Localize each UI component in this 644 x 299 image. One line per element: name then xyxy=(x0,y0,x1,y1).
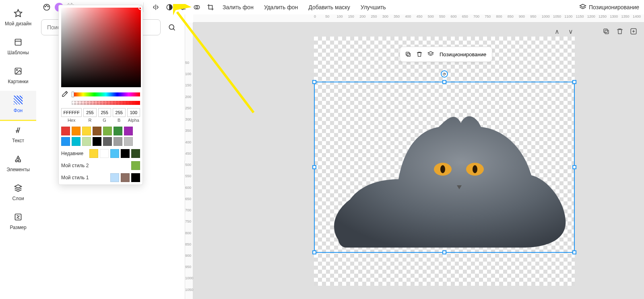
svg-marker-0 xyxy=(14,10,22,16)
sidebar-label: Фон xyxy=(14,108,23,113)
handle-bottom-right[interactable] xyxy=(572,250,576,254)
ruler-horizontal: 0501001502002503003504004505005506006507… xyxy=(193,14,644,23)
resize-icon xyxy=(14,213,23,221)
sidebar-label: Мой дизайн xyxy=(5,21,31,27)
color-swatch[interactable] xyxy=(131,173,140,182)
canvas-area[interactable]: ∧ ∨ ⟳ xyxy=(193,23,644,299)
color-swatch[interactable] xyxy=(93,137,101,146)
duplicate-icon[interactable] xyxy=(403,49,413,59)
color-swatch[interactable] xyxy=(121,149,130,158)
color-swatch[interactable] xyxy=(89,149,98,158)
add-page-icon[interactable] xyxy=(629,27,638,36)
handle-mid-right[interactable] xyxy=(572,165,576,169)
color-swatch[interactable] xyxy=(103,137,112,146)
color-swatch[interactable] xyxy=(110,149,119,158)
g-input[interactable] xyxy=(98,108,111,117)
sliders-icon[interactable] xyxy=(178,2,189,13)
color-swatch[interactable] xyxy=(103,127,112,135)
svg-rect-26 xyxy=(604,29,607,33)
sidebar-label: Текст xyxy=(12,138,24,143)
page-actions xyxy=(601,27,638,36)
handle-mid-left[interactable] xyxy=(312,165,316,169)
color-swatch[interactable] xyxy=(114,137,122,146)
r-input[interactable] xyxy=(83,108,96,117)
sidebar-item-images[interactable]: Картинки xyxy=(0,62,36,91)
search-button[interactable] xyxy=(164,19,180,35)
hue-slider[interactable] xyxy=(72,92,140,96)
color-swatch[interactable] xyxy=(61,137,70,146)
hatch-icon xyxy=(14,96,23,104)
ruler-vertical: 5010015020025030035040045050055060065070… xyxy=(185,23,193,299)
contrast-icon[interactable] xyxy=(164,2,175,13)
layers-icon xyxy=(579,4,586,11)
enhance-button[interactable]: Улучшить xyxy=(357,4,390,10)
color-swatch[interactable] xyxy=(110,173,119,182)
palette-icon[interactable] xyxy=(41,2,52,13)
sidebar-label: Слои xyxy=(12,196,24,201)
image-icon xyxy=(14,67,23,76)
selection-box[interactable]: ⟳ xyxy=(314,82,575,253)
recent-label: Недавние xyxy=(61,151,83,156)
star-icon xyxy=(14,9,23,18)
handle-top-mid[interactable] xyxy=(442,80,446,84)
color-swatch[interactable] xyxy=(131,149,140,158)
sidebar-item-my-design[interactable]: Мой дизайн xyxy=(0,4,36,33)
sidebar-item-text[interactable]: Текст xyxy=(0,121,36,150)
sidebar-item-layers[interactable]: Слои xyxy=(0,179,36,208)
rotate-handle[interactable]: ⟳ xyxy=(441,70,448,78)
color-swatch[interactable] xyxy=(72,137,80,146)
saturation-value-box[interactable] xyxy=(61,8,141,87)
sidebar-label: Элементы xyxy=(6,167,30,172)
handle-top-right[interactable] xyxy=(572,80,576,84)
positioning-button[interactable]: Позиционирование xyxy=(579,4,639,11)
color-swatch[interactable] xyxy=(82,137,91,146)
prev-page-icon[interactable]: ∧ xyxy=(552,27,562,36)
sidebar-label: Картинки xyxy=(8,79,29,84)
eyedropper-icon[interactable] xyxy=(61,90,69,98)
style1-label: Мой стиль 2 xyxy=(61,163,89,168)
color-swatch[interactable] xyxy=(100,149,109,158)
handle-bottom-left[interactable] xyxy=(312,250,316,254)
color-swatch[interactable] xyxy=(72,127,80,135)
page-nav: ∧ ∨ xyxy=(552,27,576,36)
sidebar: Мой дизайн Шаблоны Картинки Фон Текст Эл… xyxy=(0,0,36,299)
template-icon xyxy=(14,38,23,47)
handle-top-left[interactable] xyxy=(312,80,316,84)
flip-icon[interactable] xyxy=(150,2,161,13)
hex-input[interactable] xyxy=(61,108,82,117)
color-swatch[interactable] xyxy=(61,127,70,135)
color-swatch[interactable] xyxy=(93,127,101,135)
delete-page-icon[interactable] xyxy=(615,27,625,36)
sidebar-item-elements[interactable]: Элементы xyxy=(0,150,36,179)
crop-icon[interactable] xyxy=(205,2,216,13)
svg-rect-1 xyxy=(15,39,21,45)
color-swatch[interactable] xyxy=(131,161,140,170)
b-input[interactable] xyxy=(113,108,126,117)
remove-bg-button[interactable]: Удалить фон xyxy=(260,4,302,10)
copy-page-icon[interactable] xyxy=(601,27,611,36)
overlap-icon[interactable] xyxy=(191,2,202,13)
sidebar-item-templates[interactable]: Шаблоны xyxy=(0,33,36,62)
swatch-grid xyxy=(61,127,140,146)
layers-icon[interactable] xyxy=(426,49,436,59)
svg-rect-25 xyxy=(605,30,609,34)
fill-bg-button[interactable]: Залить фон xyxy=(219,4,258,10)
color-swatch[interactable] xyxy=(121,173,130,182)
color-picker: Hex R G B Alpha Недавние Мой стиль 2 Мой… xyxy=(58,5,143,185)
svg-point-10 xyxy=(45,6,46,7)
color-swatch[interactable] xyxy=(114,127,122,135)
sidebar-label: Шаблоны xyxy=(7,50,29,55)
color-swatch[interactable] xyxy=(124,137,133,146)
svg-point-19 xyxy=(182,8,183,10)
color-swatch[interactable] xyxy=(82,127,91,135)
positioning-text[interactable]: Позиционирование xyxy=(437,51,489,57)
sidebar-item-background[interactable]: Фон xyxy=(0,91,36,121)
alpha-slider[interactable] xyxy=(72,101,140,105)
color-swatch[interactable] xyxy=(124,127,133,135)
sidebar-item-size[interactable]: Размер xyxy=(0,208,36,237)
alpha-input[interactable] xyxy=(127,108,140,117)
delete-icon[interactable] xyxy=(415,49,424,59)
add-mask-button[interactable]: Добавить маску xyxy=(304,4,354,10)
handle-bottom-mid[interactable] xyxy=(442,250,446,254)
next-page-icon[interactable]: ∨ xyxy=(566,27,576,36)
